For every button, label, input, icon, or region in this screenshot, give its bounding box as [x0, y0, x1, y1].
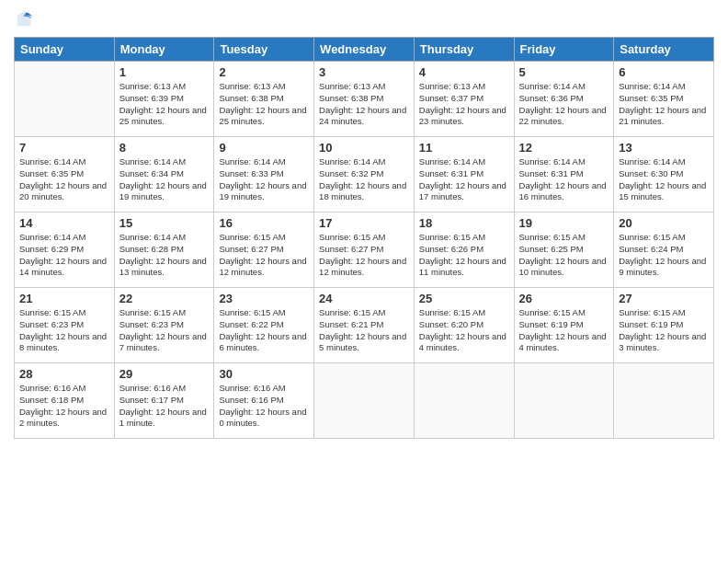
day-number: 22	[119, 292, 210, 305]
day-info: Sunrise: 6:14 AMSunset: 6:31 PMDaylight:…	[519, 156, 609, 203]
calendar-cell: 14Sunrise: 6:14 AMSunset: 6:29 PMDayligh…	[15, 213, 115, 288]
calendar-header-friday: Friday	[514, 38, 614, 62]
calendar-cell: 6Sunrise: 6:14 AMSunset: 6:35 PMDaylight…	[614, 62, 714, 137]
calendar-cell: 21Sunrise: 6:15 AMSunset: 6:23 PMDayligh…	[15, 288, 115, 363]
calendar-cell: 22Sunrise: 6:15 AMSunset: 6:23 PMDayligh…	[114, 288, 214, 363]
calendar-week-row: 28Sunrise: 6:16 AMSunset: 6:18 PMDayligh…	[15, 363, 714, 439]
day-info: Sunrise: 6:15 AMSunset: 6:23 PMDaylight:…	[119, 307, 210, 354]
day-number: 6	[619, 65, 709, 79]
calendar-cell: 13Sunrise: 6:14 AMSunset: 6:30 PMDayligh…	[614, 137, 714, 213]
day-info: Sunrise: 6:13 AMSunset: 6:39 PMDaylight:…	[119, 81, 210, 128]
day-info: Sunrise: 6:13 AMSunset: 6:38 PMDaylight:…	[219, 81, 309, 128]
day-info: Sunrise: 6:14 AMSunset: 6:36 PMDaylight:…	[519, 81, 609, 128]
day-info: Sunrise: 6:15 AMSunset: 6:25 PMDaylight:…	[519, 232, 609, 279]
day-number: 11	[419, 141, 509, 155]
day-info: Sunrise: 6:14 AMSunset: 6:30 PMDaylight:…	[619, 156, 709, 203]
calendar-cell: 16Sunrise: 6:15 AMSunset: 6:27 PMDayligh…	[214, 213, 314, 288]
calendar-cell: 1Sunrise: 6:13 AMSunset: 6:39 PMDaylight…	[114, 62, 214, 137]
calendar-cell: 15Sunrise: 6:14 AMSunset: 6:28 PMDayligh…	[114, 213, 214, 288]
day-info: Sunrise: 6:16 AMSunset: 6:16 PMDaylight:…	[219, 383, 309, 430]
day-info: Sunrise: 6:15 AMSunset: 6:22 PMDaylight:…	[219, 307, 309, 354]
logo	[14, 9, 38, 29]
day-info: Sunrise: 6:15 AMSunset: 6:19 PMDaylight:…	[619, 307, 709, 354]
day-info: Sunrise: 6:14 AMSunset: 6:31 PMDaylight:…	[419, 156, 509, 203]
day-number: 7	[19, 141, 109, 155]
day-info: Sunrise: 6:15 AMSunset: 6:20 PMDaylight:…	[419, 307, 509, 354]
calendar-week-row: 21Sunrise: 6:15 AMSunset: 6:23 PMDayligh…	[15, 288, 714, 363]
day-number: 30	[219, 367, 309, 381]
day-info: Sunrise: 6:14 AMSunset: 6:28 PMDaylight:…	[119, 232, 210, 279]
calendar-header-thursday: Thursday	[414, 38, 514, 62]
calendar-header-wednesday: Wednesday	[314, 38, 415, 62]
day-number: 4	[419, 65, 509, 79]
day-info: Sunrise: 6:14 AMSunset: 6:35 PMDaylight:…	[619, 81, 709, 128]
calendar-cell: 30Sunrise: 6:16 AMSunset: 6:16 PMDayligh…	[214, 363, 314, 439]
day-number: 24	[319, 292, 409, 305]
day-info: Sunrise: 6:13 AMSunset: 6:37 PMDaylight:…	[419, 81, 509, 128]
calendar-cell	[15, 62, 115, 137]
day-info: Sunrise: 6:15 AMSunset: 6:24 PMDaylight:…	[619, 232, 709, 279]
day-number: 21	[19, 292, 109, 305]
day-number: 13	[619, 141, 709, 155]
calendar-cell: 19Sunrise: 6:15 AMSunset: 6:25 PMDayligh…	[514, 213, 614, 288]
calendar-week-row: 14Sunrise: 6:14 AMSunset: 6:29 PMDayligh…	[15, 213, 714, 288]
day-number: 2	[219, 65, 309, 79]
header	[14, 9, 714, 29]
calendar-cell: 9Sunrise: 6:14 AMSunset: 6:33 PMDaylight…	[214, 137, 314, 213]
calendar-cell	[614, 363, 714, 439]
day-info: Sunrise: 6:16 AMSunset: 6:17 PMDaylight:…	[119, 383, 210, 430]
calendar: SundayMondayTuesdayWednesdayThursdayFrid…	[14, 37, 714, 439]
day-info: Sunrise: 6:15 AMSunset: 6:26 PMDaylight:…	[419, 232, 509, 279]
calendar-cell	[414, 363, 514, 439]
day-info: Sunrise: 6:15 AMSunset: 6:27 PMDaylight:…	[319, 232, 409, 279]
calendar-cell: 10Sunrise: 6:14 AMSunset: 6:32 PMDayligh…	[314, 137, 415, 213]
day-info: Sunrise: 6:15 AMSunset: 6:19 PMDaylight:…	[519, 307, 609, 354]
calendar-header-row: SundayMondayTuesdayWednesdayThursdayFrid…	[15, 38, 714, 62]
calendar-cell: 23Sunrise: 6:15 AMSunset: 6:22 PMDayligh…	[214, 288, 314, 363]
day-number: 18	[419, 216, 509, 230]
calendar-cell: 29Sunrise: 6:16 AMSunset: 6:17 PMDayligh…	[114, 363, 214, 439]
day-number: 19	[519, 216, 609, 230]
calendar-cell: 5Sunrise: 6:14 AMSunset: 6:36 PMDaylight…	[514, 62, 614, 137]
day-number: 15	[119, 216, 210, 230]
calendar-cell	[314, 363, 415, 439]
calendar-cell: 24Sunrise: 6:15 AMSunset: 6:21 PMDayligh…	[314, 288, 415, 363]
calendar-week-row: 7Sunrise: 6:14 AMSunset: 6:35 PMDaylight…	[15, 137, 714, 213]
day-number: 10	[319, 141, 409, 155]
calendar-header-sunday: Sunday	[15, 38, 115, 62]
calendar-week-row: 1Sunrise: 6:13 AMSunset: 6:39 PMDaylight…	[15, 62, 714, 137]
calendar-cell: 2Sunrise: 6:13 AMSunset: 6:38 PMDaylight…	[214, 62, 314, 137]
day-info: Sunrise: 6:15 AMSunset: 6:23 PMDaylight:…	[19, 307, 109, 354]
day-number: 8	[119, 141, 210, 155]
day-number: 17	[319, 216, 409, 230]
day-info: Sunrise: 6:14 AMSunset: 6:34 PMDaylight:…	[119, 156, 210, 203]
calendar-cell: 4Sunrise: 6:13 AMSunset: 6:37 PMDaylight…	[414, 62, 514, 137]
day-number: 12	[519, 141, 609, 155]
calendar-cell: 27Sunrise: 6:15 AMSunset: 6:19 PMDayligh…	[614, 288, 714, 363]
day-info: Sunrise: 6:16 AMSunset: 6:18 PMDaylight:…	[19, 383, 109, 430]
day-number: 9	[219, 141, 309, 155]
day-info: Sunrise: 6:15 AMSunset: 6:27 PMDaylight:…	[219, 232, 309, 279]
day-number: 28	[19, 367, 109, 381]
day-number: 26	[519, 292, 609, 305]
calendar-header-monday: Monday	[114, 38, 214, 62]
day-number: 23	[219, 292, 309, 305]
calendar-cell: 8Sunrise: 6:14 AMSunset: 6:34 PMDaylight…	[114, 137, 214, 213]
logo-icon	[14, 9, 34, 29]
day-number: 27	[619, 292, 709, 305]
calendar-header-saturday: Saturday	[614, 38, 714, 62]
day-info: Sunrise: 6:14 AMSunset: 6:29 PMDaylight:…	[19, 232, 109, 279]
day-info: Sunrise: 6:15 AMSunset: 6:21 PMDaylight:…	[319, 307, 409, 354]
calendar-cell: 7Sunrise: 6:14 AMSunset: 6:35 PMDaylight…	[15, 137, 115, 213]
day-info: Sunrise: 6:13 AMSunset: 6:38 PMDaylight:…	[319, 81, 409, 128]
calendar-cell: 28Sunrise: 6:16 AMSunset: 6:18 PMDayligh…	[15, 363, 115, 439]
calendar-cell: 11Sunrise: 6:14 AMSunset: 6:31 PMDayligh…	[414, 137, 514, 213]
day-number: 3	[319, 65, 409, 79]
calendar-header-tuesday: Tuesday	[214, 38, 314, 62]
calendar-cell: 20Sunrise: 6:15 AMSunset: 6:24 PMDayligh…	[614, 213, 714, 288]
day-number: 1	[119, 65, 210, 79]
calendar-cell	[514, 363, 614, 439]
day-number: 29	[119, 367, 210, 381]
calendar-cell: 25Sunrise: 6:15 AMSunset: 6:20 PMDayligh…	[414, 288, 514, 363]
day-info: Sunrise: 6:14 AMSunset: 6:35 PMDaylight:…	[19, 156, 109, 203]
